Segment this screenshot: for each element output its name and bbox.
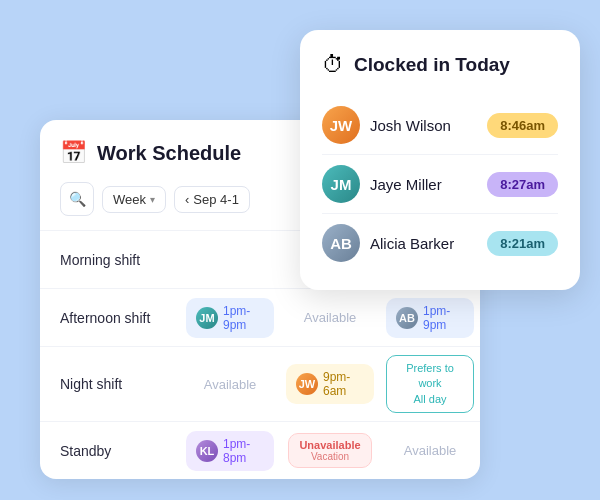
avatar: AB: [396, 307, 418, 329]
clocked-user: JM Jaye Miller: [322, 165, 442, 203]
list-item: JM Jaye Miller 8:27am: [322, 155, 558, 214]
shift-cell: Available: [280, 290, 380, 346]
table-row: Night shift Available JW 9pm-6am Prefers…: [40, 346, 480, 421]
avatar: JM: [322, 165, 360, 203]
list-item: AB Alicia Barker 8:21am: [322, 214, 558, 272]
shift-pill-blue: AB 1pm-9pm: [386, 298, 474, 338]
unavailable-sub: Vacation: [299, 451, 360, 462]
unavailable-pill: Unavailable Vacation: [288, 433, 371, 468]
standby-cells: KL 1pm-8pm Unavailable Vacation Availabl…: [180, 423, 480, 479]
week-dropdown[interactable]: Week ▾: [102, 186, 166, 213]
standby-label: Standby: [40, 431, 180, 471]
list-item: JW Josh Wilson 8:46am: [322, 96, 558, 155]
shift-time: 9pm-6am: [323, 370, 364, 398]
user-name: Alicia Barker: [370, 235, 454, 252]
night-shift-label: Night shift: [40, 364, 180, 404]
shift-cell[interactable]: KL 1pm-8pm: [180, 423, 280, 479]
avatar: KL: [196, 440, 218, 462]
available-label: Available: [304, 310, 357, 325]
date-range-label: Sep 4-1: [193, 192, 239, 207]
time-badge: 8:27am: [487, 172, 558, 197]
nav-prev-icon: ‹: [185, 192, 189, 207]
shift-cell: [180, 252, 280, 268]
avatar: JW: [296, 373, 318, 395]
shift-time: 1pm-9pm: [423, 304, 464, 332]
user-name: Josh Wilson: [370, 117, 451, 134]
shift-time: 1pm-8pm: [223, 437, 264, 465]
shift-pill-yellow: JW 9pm-6am: [286, 364, 374, 404]
prefers-line1: Prefers to work: [395, 361, 465, 392]
time-badge: 8:46am: [487, 113, 558, 138]
calendar-icon: 📅: [60, 140, 87, 166]
clocked-user: JW Josh Wilson: [322, 106, 451, 144]
clocked-user: AB Alicia Barker: [322, 224, 454, 262]
unavailable-label: Unavailable: [299, 439, 360, 451]
shift-cell[interactable]: AB 1pm-9pm: [380, 290, 480, 346]
avatar: JW: [322, 106, 360, 144]
shift-cell: Unavailable Vacation: [280, 423, 380, 479]
table-row: Standby KL 1pm-8pm Unavailable Vacation …: [40, 421, 480, 479]
shift-cell: Prefers to work All day: [380, 347, 480, 421]
clocked-in-card: ⏱ Clocked in Today JW Josh Wilson 8:46am…: [300, 30, 580, 290]
prefers-line2: All day: [395, 392, 465, 407]
week-label: Week: [113, 192, 146, 207]
shift-cell[interactable]: JW 9pm-6am: [280, 347, 380, 421]
avatar: AB: [322, 224, 360, 262]
clocked-header: ⏱ Clocked in Today: [322, 52, 558, 78]
date-nav[interactable]: ‹ Sep 4-1: [174, 186, 250, 213]
shift-cell: Available: [180, 347, 280, 421]
shift-pill-blue: JM 1pm-9pm: [186, 298, 274, 338]
prefers-pill: Prefers to work All day: [386, 355, 474, 413]
table-row: Afternoon shift JM 1pm-9pm Available AB …: [40, 288, 480, 346]
afternoon-shift-label: Afternoon shift: [40, 298, 180, 338]
search-button[interactable]: 🔍: [60, 182, 94, 216]
work-schedule-title: Work Schedule: [97, 142, 241, 165]
chevron-down-icon: ▾: [150, 194, 155, 205]
avatar: JM: [196, 307, 218, 329]
available-label: Available: [204, 377, 257, 392]
afternoon-shift-cells: JM 1pm-9pm Available AB 1pm-9pm: [180, 290, 480, 346]
timer-icon: ⏱: [322, 52, 344, 78]
morning-shift-label: Morning shift: [40, 240, 180, 280]
time-badge: 8:21am: [487, 231, 558, 256]
shift-cell: Available: [380, 423, 480, 479]
available-label: Available: [404, 443, 457, 458]
shift-cell[interactable]: JM 1pm-9pm: [180, 290, 280, 346]
search-icon: 🔍: [69, 191, 86, 207]
shift-pill-purple: KL 1pm-8pm: [186, 431, 274, 471]
clocked-in-title: Clocked in Today: [354, 54, 510, 76]
user-name: Jaye Miller: [370, 176, 442, 193]
shift-time: 1pm-9pm: [223, 304, 264, 332]
night-shift-cells: Available JW 9pm-6am Prefers to work All…: [180, 347, 480, 421]
